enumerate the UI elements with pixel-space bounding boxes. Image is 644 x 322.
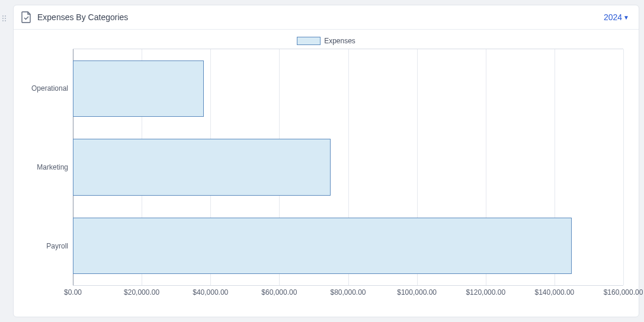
legend-swatch xyxy=(297,37,321,45)
legend-label: Expenses xyxy=(324,37,355,45)
svg-rect-3 xyxy=(5,18,6,19)
x-axis-label: $100,000.00 xyxy=(397,288,437,297)
year-selector[interactable]: 2024 ▼ xyxy=(604,12,629,22)
x-axis-label: $80,000.00 xyxy=(330,288,366,297)
y-axis-label: Operational xyxy=(31,84,68,93)
bar-row: Marketing xyxy=(73,128,623,207)
x-axis-labels: $0.00$20,000.00$40,000.00$60,000.00$80,0… xyxy=(73,288,623,299)
y-axis-label: Marketing xyxy=(37,163,68,171)
drag-handle-icon[interactable] xyxy=(2,15,8,21)
svg-rect-4 xyxy=(2,20,4,21)
gridline xyxy=(623,49,624,285)
svg-rect-5 xyxy=(5,20,6,21)
card-header: Expenses By Categories 2024 ▼ xyxy=(14,5,639,30)
x-axis-label: $120,000.00 xyxy=(466,288,505,297)
document-check-icon xyxy=(21,11,31,23)
plot: OperationalMarketingPayroll xyxy=(73,49,623,286)
chart-area: Expenses OperationalMarketingPayroll $0.… xyxy=(14,30,639,315)
x-axis-label: $40,000.00 xyxy=(193,288,228,297)
x-axis-label: $20,000.00 xyxy=(124,288,159,297)
bar-row: Operational xyxy=(73,49,623,128)
legend: Expenses xyxy=(23,37,629,45)
bar[interactable] xyxy=(73,139,331,196)
x-axis-label: $60,000.00 xyxy=(261,288,297,297)
year-value: 2024 xyxy=(604,12,622,22)
svg-rect-2 xyxy=(2,18,4,19)
y-axis-label: Payroll xyxy=(46,242,68,250)
expenses-card: Expenses By Categories 2024 ▼ Expenses O… xyxy=(13,5,639,317)
svg-rect-0 xyxy=(2,15,4,17)
svg-rect-1 xyxy=(5,15,6,17)
caret-down-icon: ▼ xyxy=(623,14,629,21)
x-axis-label: $0.00 xyxy=(64,288,82,297)
card-title: Expenses By Categories xyxy=(37,12,128,22)
bar[interactable] xyxy=(73,218,572,275)
bar[interactable] xyxy=(73,60,204,117)
x-axis-label: $140,000.00 xyxy=(535,288,575,297)
x-axis-label: $160,000.00 xyxy=(604,288,643,297)
bar-row: Payroll xyxy=(73,206,623,285)
